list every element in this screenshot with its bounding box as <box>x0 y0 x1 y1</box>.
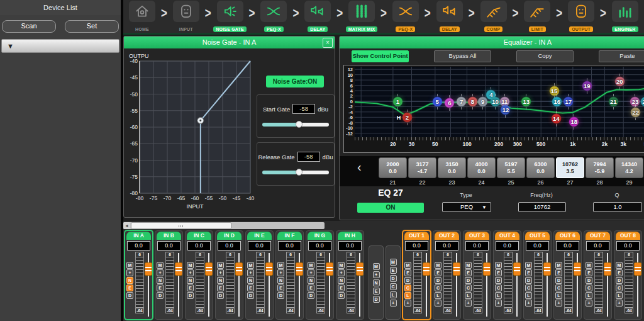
channel-button-d[interactable]: D <box>338 292 345 299</box>
module-delay[interactable]: DELAY <box>432 1 467 33</box>
fader-track[interactable] <box>453 253 461 317</box>
eq-point-18[interactable]: 18 <box>569 116 579 127</box>
channel-button-+[interactable]: + <box>404 300 411 307</box>
channel-gain-value[interactable]: 0.0 <box>496 241 519 251</box>
channel-button-d[interactable]: D <box>586 277 592 284</box>
channel-button-+[interactable]: + <box>465 300 472 307</box>
module-limit[interactable]: LIMIT <box>519 1 555 33</box>
output-master-button-m[interactable]: M <box>390 259 397 266</box>
band-cell-button[interactable]: 7994-5.9 <box>586 157 614 178</box>
band-cell-button[interactable]: 3177-4.7 <box>408 157 436 178</box>
channel-button-+[interactable]: + <box>525 300 532 307</box>
channel-button-e[interactable]: E <box>404 269 411 276</box>
fader-track[interactable] <box>483 253 491 317</box>
band-cell-button[interactable]: 63000.0 <box>526 157 555 178</box>
eq-point-8[interactable]: 8 <box>467 96 478 107</box>
channel-button-c[interactable]: C <box>465 284 472 291</box>
channel-button-l[interactable]: L <box>465 292 472 299</box>
channel-button-n[interactable]: N <box>217 277 224 284</box>
channel-button-e[interactable]: E <box>277 284 284 291</box>
channel-gain-value[interactable]: 0.0 <box>338 241 362 251</box>
fader-handle[interactable] <box>175 262 182 276</box>
module-input[interactable]: INPUT <box>169 1 204 33</box>
channel-gain-value[interactable]: 0.0 <box>187 241 211 251</box>
channel-button-e[interactable]: E <box>126 284 133 291</box>
output-master-button-c[interactable]: C <box>390 283 397 290</box>
eq-point-5[interactable]: 5 <box>432 96 443 107</box>
channel-button-c[interactable]: C <box>495 284 502 291</box>
release-gate-slider[interactable] <box>262 171 329 174</box>
channel-gain-value[interactable]: 0.0 <box>556 241 579 251</box>
module-peq-x[interactable]: PEQ-X <box>256 1 291 33</box>
fader-handle[interactable] <box>205 262 213 276</box>
eq-point-1[interactable]: 1 <box>392 96 403 107</box>
start-gate-slider-thumb[interactable] <box>296 121 303 128</box>
channel-label[interactable]: OUT 1 <box>404 232 429 240</box>
fader-handle[interactable] <box>604 262 611 276</box>
channel-button-+[interactable]: + <box>187 269 194 276</box>
channel-label[interactable]: IN E <box>247 232 272 240</box>
module-delay[interactable]: DELAY <box>300 1 335 33</box>
channel-button-c[interactable]: C <box>616 284 623 291</box>
fader-handle[interactable] <box>634 262 641 276</box>
channel-button-l[interactable]: L <box>404 292 411 299</box>
channel-button-m[interactable]: M <box>217 262 224 269</box>
band-cell-button[interactable]: 107623.5 <box>556 157 584 178</box>
channel-gain-value[interactable]: 0.0 <box>526 241 549 251</box>
channel-gain-value[interactable]: 0.0 <box>248 241 271 251</box>
eq-point-2[interactable]: 2H <box>402 112 413 123</box>
module-enginer[interactable]: ENGINER <box>608 1 643 33</box>
fader-track[interactable] <box>513 253 521 317</box>
module-matrix-mix[interactable]: MATRIX MIX <box>344 1 379 33</box>
fader-track[interactable] <box>235 253 243 317</box>
channel-button-n[interactable]: N <box>157 277 164 284</box>
channel-button-+[interactable]: + <box>435 300 441 307</box>
channel-button-m[interactable]: M <box>616 262 623 269</box>
fader-handle[interactable] <box>326 262 333 276</box>
fader-track[interactable] <box>634 253 642 317</box>
module-comp[interactable]: COMP <box>476 1 511 33</box>
fader-handle[interactable] <box>543 262 551 276</box>
band-cell-button[interactable]: 143404.2 <box>615 157 643 178</box>
fader-track[interactable] <box>604 253 612 317</box>
channel-button-l[interactable]: L <box>525 292 532 299</box>
channel-label[interactable]: OUT 7 <box>586 232 610 240</box>
channel-button-c[interactable]: C <box>435 284 441 291</box>
channel-button-c[interactable]: C <box>525 284 532 291</box>
fader-handle[interactable] <box>513 262 521 276</box>
input-master-button-n[interactable]: N <box>373 279 380 286</box>
channel-button-m[interactable]: M <box>586 262 592 269</box>
device-select-dropdown[interactable]: ▼ <box>1 39 119 53</box>
channel-gain-value[interactable]: 0.0 <box>157 241 180 251</box>
channel-gain-value[interactable]: 0.0 <box>465 241 489 251</box>
horizontal-scrollbar[interactable]: ◄ <box>123 222 325 229</box>
channel-label[interactable]: IN H <box>338 232 362 240</box>
channel-button-d[interactable]: D <box>404 277 411 284</box>
output-master-button-l[interactable]: L <box>390 291 397 298</box>
channel-button-d[interactable]: D <box>247 292 254 299</box>
close-icon[interactable]: × <box>323 38 333 48</box>
channel-label[interactable]: IN F <box>277 232 302 240</box>
fader-track[interactable] <box>265 253 274 317</box>
fader-handle[interactable] <box>356 262 364 276</box>
fader-track[interactable] <box>326 253 334 317</box>
channel-label[interactable]: OUT 5 <box>525 232 550 240</box>
channel-gain-value[interactable]: 0.0 <box>127 241 150 251</box>
band-cell-button[interactable]: 51975.5 <box>497 157 525 178</box>
channel-label[interactable]: OUT 8 <box>616 232 640 240</box>
freq-input[interactable]: 10762 <box>518 202 566 212</box>
eq-point-17[interactable]: 17 <box>563 96 574 107</box>
release-gate-slider-thumb[interactable] <box>296 169 303 176</box>
channel-button-m[interactable]: M <box>187 262 194 269</box>
release-gate-value[interactable]: -58 <box>297 152 320 162</box>
channel-button-d[interactable]: D <box>616 277 623 284</box>
channel-button-+[interactable]: + <box>277 269 284 276</box>
channel-label[interactable]: OUT 3 <box>465 232 489 240</box>
channel-button-n[interactable]: N <box>247 277 254 284</box>
channel-button-n[interactable]: N <box>308 277 314 284</box>
channel-button-d[interactable]: D <box>277 292 284 299</box>
channel-gain-value[interactable]: 0.0 <box>616 241 640 251</box>
eq-point-15[interactable]: 15 <box>549 86 560 96</box>
fader-track[interactable] <box>356 253 364 317</box>
channel-button-d[interactable]: D <box>308 292 314 299</box>
